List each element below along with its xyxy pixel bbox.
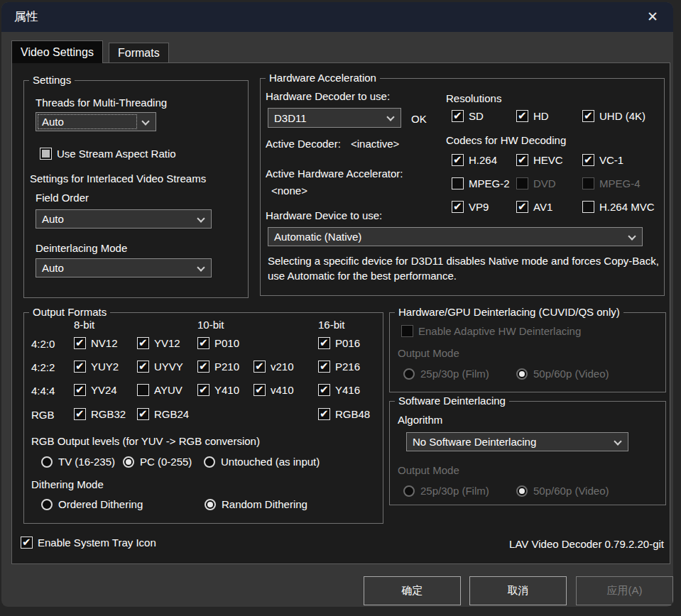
checkbox-box[interactable] bbox=[137, 361, 149, 373]
fmt-rgb32-checkbox[interactable]: RGB32 bbox=[74, 408, 126, 420]
fmt-ayuv-checkbox[interactable]: AYUV bbox=[137, 384, 182, 396]
hw-decoder-combo[interactable]: D3D11 bbox=[268, 108, 401, 128]
fmt-rgb48-checkbox[interactable]: RGB48 bbox=[318, 408, 370, 420]
fmt-p216-checkbox[interactable]: P216 bbox=[318, 361, 360, 373]
deinterlacing-mode-combo[interactable]: Auto bbox=[36, 258, 212, 277]
checkbox-label: AV1 bbox=[533, 201, 552, 213]
radio-circle[interactable] bbox=[123, 456, 134, 468]
cancel-button[interactable]: 取消 bbox=[469, 576, 567, 605]
codec-mpeg2-checkbox[interactable]: MPEG-2 bbox=[452, 177, 510, 189]
checkbox-box[interactable] bbox=[74, 361, 86, 373]
sw-deint-group-title: Software Deinterlacing bbox=[395, 395, 509, 407]
checkbox-box[interactable] bbox=[582, 110, 594, 122]
checkbox-box[interactable] bbox=[197, 361, 209, 373]
checkbox-box[interactable] bbox=[452, 177, 464, 189]
checkbox-label: P010 bbox=[214, 337, 239, 349]
codec-h264-checkbox[interactable]: H.264 bbox=[452, 154, 497, 166]
codec-av1-checkbox[interactable]: AV1 bbox=[516, 201, 552, 213]
checkbox-box[interactable] bbox=[137, 337, 149, 349]
hw-device-combo[interactable]: Automatic (Native) bbox=[268, 227, 643, 246]
fmt-v210-checkbox[interactable]: v210 bbox=[254, 361, 294, 373]
tab-formats[interactable]: Formats bbox=[109, 43, 169, 63]
checkbox-box[interactable] bbox=[452, 201, 464, 213]
dithering-random-radio[interactable]: Random Dithering bbox=[205, 498, 307, 510]
use-stream-aspect-ratio-checkbox[interactable]: Use Stream Aspect Ratio bbox=[40, 148, 176, 160]
checkbox-box[interactable] bbox=[582, 201, 594, 213]
checkbox-box[interactable] bbox=[516, 110, 528, 122]
radio-circle[interactable] bbox=[41, 499, 53, 510]
tab-video-settings[interactable]: Video Settings bbox=[11, 40, 103, 63]
fmt-p010-checkbox[interactable]: P010 bbox=[197, 337, 239, 349]
rgb-level-untouched-radio[interactable]: Untouched (as input) bbox=[204, 456, 320, 468]
dithering-ordered-radio[interactable]: Ordered Dithering bbox=[41, 498, 143, 510]
chevron-down-icon bbox=[197, 214, 205, 222]
codec-vp9-checkbox[interactable]: VP9 bbox=[452, 201, 489, 213]
checkbox-box[interactable] bbox=[318, 361, 330, 373]
fmt-v410-checkbox[interactable]: v410 bbox=[254, 384, 294, 396]
checkbox-label: v210 bbox=[271, 361, 294, 373]
checkbox-label: DVD bbox=[533, 177, 556, 189]
checkbox-box[interactable] bbox=[318, 384, 330, 396]
hw-deint-output-mode-label: Output Mode bbox=[398, 347, 459, 359]
radio-label: 25p/30p (Film) bbox=[420, 485, 489, 497]
close-icon[interactable]: ✕ bbox=[643, 8, 662, 26]
bit-header-16: 16-bit bbox=[318, 319, 345, 331]
fmt-p210-checkbox[interactable]: P210 bbox=[197, 361, 239, 373]
checkbox-label: VC-1 bbox=[599, 154, 623, 166]
checkbox-label: NV12 bbox=[91, 337, 118, 349]
ok-button[interactable]: 确定 bbox=[364, 576, 461, 605]
checkbox-box[interactable] bbox=[516, 154, 528, 166]
radio-circle[interactable] bbox=[204, 456, 215, 468]
checkbox-box[interactable] bbox=[318, 408, 330, 420]
checkbox-box[interactable] bbox=[516, 201, 528, 213]
codec-h264mvc-checkbox[interactable]: H.264 MVC bbox=[582, 201, 655, 213]
resolution-sd-checkbox[interactable]: SD bbox=[452, 110, 484, 122]
fmt-yuy2-checkbox[interactable]: YUY2 bbox=[74, 361, 119, 373]
checkbox-box[interactable] bbox=[197, 384, 209, 396]
checkbox-label: P016 bbox=[335, 337, 360, 349]
dithering-heading: Dithering Mode bbox=[31, 478, 104, 490]
fmt-uyvy-checkbox[interactable]: UYVY bbox=[137, 361, 183, 373]
deinterlacing-mode-label: Deinterlacing Mode bbox=[36, 242, 127, 254]
radio-circle[interactable] bbox=[41, 456, 53, 468]
checkbox-box[interactable] bbox=[582, 154, 594, 166]
fmt-yv24-checkbox[interactable]: YV24 bbox=[74, 384, 117, 396]
fmt-y410-checkbox[interactable]: Y410 bbox=[197, 384, 239, 396]
rgb-level-tv-radio[interactable]: TV (16-235) bbox=[41, 456, 115, 468]
threads-combo[interactable]: Auto bbox=[36, 112, 156, 131]
radio-circle bbox=[403, 368, 415, 380]
chevron-down-icon bbox=[386, 113, 394, 121]
hw-decoder-label: Hardware Decoder to use: bbox=[266, 90, 390, 102]
checkbox-box[interactable] bbox=[452, 110, 464, 122]
checkbox-box[interactable] bbox=[318, 337, 330, 349]
rgb-levels-heading: RGB Output levels (for YUV -> RGB conver… bbox=[31, 435, 260, 447]
resolution-hd-checkbox[interactable]: HD bbox=[516, 110, 549, 122]
fmt-rgb24-checkbox[interactable]: RGB24 bbox=[137, 408, 189, 420]
checkbox-box[interactable] bbox=[137, 384, 149, 396]
fmt-y416-checkbox[interactable]: Y416 bbox=[318, 384, 360, 396]
checkbox-box[interactable] bbox=[74, 337, 86, 349]
field-order-combo[interactable]: Auto bbox=[36, 209, 212, 229]
fmt-yv12-checkbox[interactable]: YV12 bbox=[137, 337, 180, 349]
codec-hevc-checkbox[interactable]: HEVC bbox=[516, 154, 563, 166]
radio-circle[interactable] bbox=[205, 499, 216, 510]
resolution-uhd-checkbox[interactable]: UHD (4K) bbox=[582, 110, 645, 122]
checkbox-label: RGB24 bbox=[154, 408, 189, 420]
checkbox-box[interactable] bbox=[254, 384, 266, 396]
rgb-level-pc-radio[interactable]: PC (0-255) bbox=[123, 456, 192, 468]
checkbox-box[interactable] bbox=[74, 408, 86, 420]
chevron-down-icon bbox=[197, 263, 205, 271]
fmt-nv12-checkbox[interactable]: NV12 bbox=[74, 337, 118, 349]
checkbox-box[interactable] bbox=[74, 384, 86, 396]
checkbox-box[interactable] bbox=[21, 537, 33, 549]
checkbox-box[interactable] bbox=[452, 154, 464, 166]
checkbox-box[interactable] bbox=[40, 148, 52, 160]
codec-vc1-checkbox[interactable]: VC-1 bbox=[582, 154, 623, 166]
checkbox-box[interactable] bbox=[197, 337, 209, 349]
checkbox-box[interactable] bbox=[137, 408, 149, 420]
system-tray-checkbox[interactable]: Enable System Tray Icon bbox=[21, 537, 156, 549]
checkbox-label: P216 bbox=[335, 361, 360, 373]
algorithm-combo[interactable]: No Software Deinterlacing bbox=[406, 432, 628, 451]
checkbox-box[interactable] bbox=[254, 361, 266, 373]
fmt-p016-checkbox[interactable]: P016 bbox=[318, 337, 360, 349]
